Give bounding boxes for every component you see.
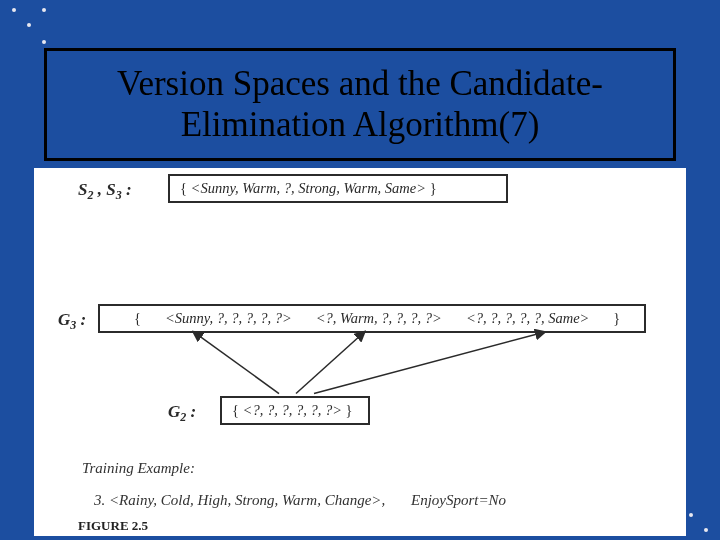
training-example-answer: EnjoySport=No [411, 492, 506, 508]
training-example-index: 3. [94, 492, 105, 508]
svg-line-0 [194, 332, 279, 393]
g2-boundary-box: <?, ?, ?, ?, ?, ?> [220, 396, 370, 425]
training-example-instance: <Rainy, Cold, High, Strong, Warm, Change… [109, 492, 385, 508]
svg-line-1 [296, 332, 364, 393]
figure-panel: S2 , S3 : G3 : G2 : <Sunny, Warm, ?, Str… [34, 168, 686, 536]
slide-title-frame: Version Spaces and the Candidate-Elimina… [44, 48, 676, 161]
training-example-row: 3. <Rainy, Cold, High, Strong, Warm, Cha… [94, 492, 506, 509]
label-s2-s3: S2 , S3 : [78, 180, 132, 203]
label-g3: G3 : [58, 310, 86, 333]
specialization-arrows [34, 168, 686, 536]
g3-hypothesis-1: <Sunny, ?, ?, ?, ?, ?> [165, 310, 292, 327]
label-g2: G2 : [168, 402, 196, 425]
g3-boundary-box: { <Sunny, ?, ?, ?, ?, ?> <?, Warm, ?, ?,… [98, 304, 646, 333]
s-boundary-box: <Sunny, Warm, ?, Strong, Warm, Same> [168, 174, 508, 203]
training-example-heading: Training Example: [82, 460, 195, 477]
slide-title: Version Spaces and the Candidate-Elimina… [55, 63, 665, 146]
svg-line-2 [314, 332, 544, 393]
figure-caption: FIGURE 2.5 [78, 518, 148, 534]
g3-hypothesis-3: <?, ?, ?, ?, ?, Same> [466, 310, 589, 327]
g3-hypothesis-2: <?, Warm, ?, ?, ?, ?> [316, 310, 442, 327]
